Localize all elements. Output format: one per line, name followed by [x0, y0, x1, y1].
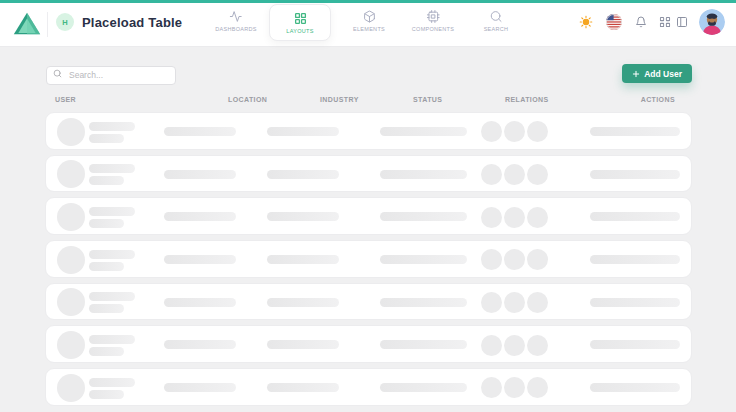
actions-placeholder: [590, 255, 680, 264]
bell-icon: [635, 16, 647, 28]
nav-item-search[interactable]: SEARCH: [484, 10, 509, 32]
add-user-label: Add User: [644, 69, 682, 79]
subtitle-placeholder: [89, 176, 124, 185]
location-placeholder: [164, 255, 236, 264]
sidebar-icon: [676, 16, 688, 28]
status-placeholder: [380, 298, 467, 307]
industry-placeholder: [267, 127, 339, 136]
relation-placeholder: [481, 335, 502, 356]
add-user-button[interactable]: Add User: [622, 64, 692, 83]
table-row-skeleton: [45, 368, 692, 406]
app-logo[interactable]: [13, 11, 41, 36]
app-window: H Placeload Table DASHBOARDS LAYOUTS ELE…: [0, 0, 736, 412]
nav-item-layouts[interactable]: LAYOUTS: [269, 4, 331, 41]
relation-placeholder: [527, 292, 548, 313]
relation-placeholder: [527, 121, 548, 142]
status-placeholder: [380, 340, 467, 349]
avatar-placeholder: [57, 203, 85, 231]
column-header-relations: RELATIONS: [505, 96, 549, 103]
avatar-placeholder: [57, 288, 85, 316]
relation-placeholder: [481, 121, 502, 142]
relation-placeholder: [504, 207, 525, 228]
column-header-user: USER: [55, 96, 76, 103]
relation-placeholder: [527, 335, 548, 356]
avatar-illustration: [699, 9, 725, 35]
user-avatar[interactable]: [699, 9, 725, 35]
username-placeholder: [89, 122, 135, 131]
username-placeholder: [89, 164, 135, 173]
search-input[interactable]: [46, 66, 176, 85]
username-placeholder: [89, 207, 135, 216]
relation-placeholder: [504, 377, 525, 398]
table-row-skeleton: [45, 283, 692, 321]
relation-placeholder: [481, 249, 502, 270]
relation-placeholder: [481, 207, 502, 228]
column-header-industry: INDUSTRY: [320, 96, 359, 103]
nav-label-search: SEARCH: [484, 26, 509, 32]
username-placeholder: [89, 250, 135, 259]
nav-item-dashboards[interactable]: DASHBOARDS: [215, 10, 257, 32]
app-header: H Placeload Table DASHBOARDS LAYOUTS ELE…: [0, 3, 736, 47]
theme-toggle-button[interactable]: [580, 16, 593, 29]
grid-menu-icon: [660, 17, 671, 28]
subtitle-placeholder: [89, 390, 124, 399]
subtitle-placeholder: [89, 304, 124, 313]
relation-placeholder: [504, 292, 525, 313]
nav-label-dashboards: DASHBOARDS: [215, 26, 257, 32]
actions-placeholder: [590, 170, 680, 179]
status-placeholder: [380, 255, 467, 264]
avatar-placeholder: [57, 374, 85, 402]
page-title: Placeload Table: [82, 15, 182, 30]
status-placeholder: [380, 170, 467, 179]
industry-placeholder: [267, 298, 339, 307]
nav-label-elements: ELEMENTS: [353, 26, 385, 32]
status-placeholder: [380, 127, 467, 136]
us-flag-icon: [606, 14, 622, 30]
table-body: [45, 112, 692, 406]
logo-triangle-icon: [13, 11, 41, 36]
nav-label-layouts: LAYOUTS: [286, 28, 313, 34]
avatar-placeholder: [57, 160, 85, 188]
industry-placeholder: [267, 340, 339, 349]
notifications-button[interactable]: [635, 16, 647, 28]
table-row-skeleton: [45, 197, 692, 235]
actions-placeholder: [590, 298, 680, 307]
relation-placeholder: [504, 249, 525, 270]
username-placeholder: [89, 335, 135, 344]
actions-placeholder: [590, 212, 680, 221]
table-row-skeleton: [45, 325, 692, 363]
location-placeholder: [164, 170, 236, 179]
relation-placeholder: [504, 335, 525, 356]
column-header-actions: ACTIONS: [641, 96, 675, 103]
location-placeholder: [164, 127, 236, 136]
activity-icon: [229, 10, 242, 23]
apps-menu-button[interactable]: [660, 17, 671, 28]
search-box: [46, 64, 176, 83]
actions-placeholder: [590, 383, 680, 392]
industry-placeholder: [267, 255, 339, 264]
industry-placeholder: [267, 383, 339, 392]
subtitle-placeholder: [89, 219, 124, 228]
relation-placeholder: [504, 164, 525, 185]
language-button[interactable]: [606, 14, 622, 30]
header-divider: [47, 12, 48, 37]
table-row-skeleton: [45, 155, 692, 193]
table-header: USER LOCATION INDUSTRY STATUS RELATIONS …: [0, 96, 736, 108]
nav-label-components: COMPONENTS: [412, 26, 454, 32]
relation-placeholder: [504, 121, 525, 142]
box-icon: [362, 10, 375, 23]
subtitle-placeholder: [89, 134, 124, 143]
avatar-placeholder: [57, 331, 85, 359]
column-header-status: STATUS: [413, 96, 442, 103]
username-placeholder: [89, 292, 135, 301]
actions-placeholder: [590, 340, 680, 349]
sidebar-toggle-button[interactable]: [676, 16, 688, 28]
username-placeholder: [89, 378, 135, 387]
status-placeholder: [380, 383, 467, 392]
nav-item-elements[interactable]: ELEMENTS: [353, 10, 385, 32]
nav-item-components[interactable]: COMPONENTS: [412, 10, 454, 32]
cpu-icon: [426, 10, 439, 23]
relation-placeholder: [481, 164, 502, 185]
location-placeholder: [164, 340, 236, 349]
plus-icon: [632, 70, 640, 78]
